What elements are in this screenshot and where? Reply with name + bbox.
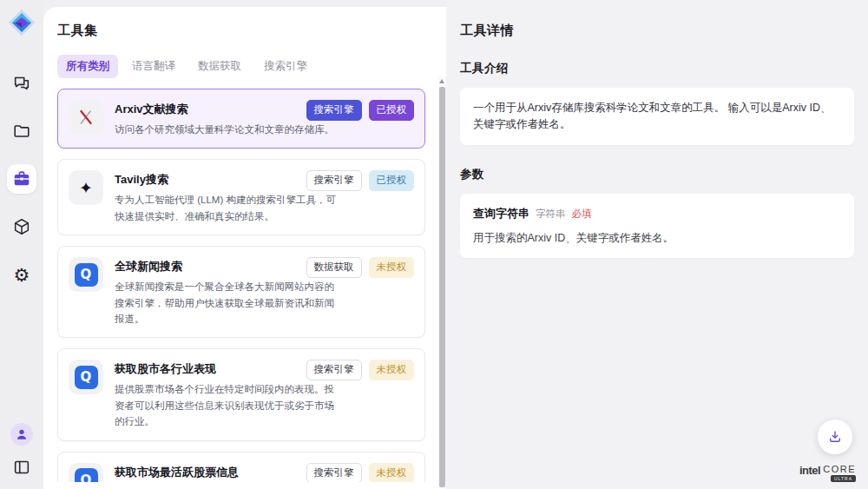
folder-icon	[12, 122, 31, 141]
param-name: 查询字符串	[473, 206, 529, 221]
download-button[interactable]	[818, 420, 852, 454]
status-badge: 未授权	[369, 257, 415, 278]
scrollbar-up-arrow-icon[interactable]	[439, 79, 444, 83]
tool-description: 专为人工智能代理 (LLM) 构建的搜索引擎工具，可快速提供实时、准确和真实的结…	[115, 192, 337, 224]
tool-card-global-news[interactable]: Q 全球新闻搜索 全球新闻搜索是一个聚合全球各大新闻网站内容的搜索引擎，帮助用户…	[57, 246, 425, 338]
param-required-flag: 必填	[572, 208, 592, 221]
panel-layout-icon	[12, 458, 31, 477]
status-badge: 已授权	[369, 170, 415, 191]
detail-title: 工具详情	[460, 23, 854, 39]
toolbox-icon	[12, 169, 31, 188]
tool-description: 全球新闻搜索是一个聚合全球各大新闻网站内容的搜索引擎，帮助用户快速获取全球最新资…	[115, 279, 337, 327]
user-avatar[interactable]	[10, 423, 33, 446]
param-card: 查询字符串 字符串 必填 用于搜索的Arxiv ID、关键字或作者姓名。	[460, 194, 854, 259]
tab-data-fetching[interactable]: 数据获取	[189, 55, 250, 78]
status-badge: 未授权	[369, 360, 415, 380]
sidebar-item-packages[interactable]	[7, 212, 36, 241]
scrollbar-thumb[interactable]	[439, 87, 445, 487]
search-q-icon: Q	[69, 360, 103, 394]
category-badge: 搜索引擎	[306, 463, 362, 482]
category-badge: 数据获取	[306, 257, 362, 278]
download-icon	[827, 429, 843, 445]
sidebar-item-chat[interactable]	[7, 69, 36, 98]
category-badge: 搜索引擎	[306, 360, 362, 380]
app-logo	[7, 8, 36, 37]
tool-list: Arxiv文献搜索 访问各个研究领域大量科学论文和文章的存储库。 搜索引擎 已授…	[57, 89, 437, 482]
intro-text: 一个用于从Arxiv存储库搜索科学论文和文章的工具。 输入可以是Arxiv ID…	[473, 100, 841, 133]
intro-heading: 工具介绍	[460, 61, 854, 76]
core-wordmark: core	[823, 464, 856, 474]
tool-card-tavily[interactable]: ✦ Tavily搜索 专为人工智能代理 (LLM) 构建的搜索引擎工具，可快速提…	[57, 159, 425, 235]
sidebar-item-settings[interactable]: ⚙	[7, 260, 36, 289]
chat-icon	[12, 74, 31, 93]
tab-search-engine[interactable]: 搜索引擎	[255, 55, 316, 78]
scrollbar[interactable]	[438, 76, 446, 489]
intel-core-logo: intel core ultra	[799, 464, 856, 482]
tool-card-sector-performance[interactable]: Q 获取股市各行业表现 提供股票市场各个行业在特定时间段内的表现。投资者可以利用…	[57, 348, 425, 440]
status-badge: 未授权	[369, 463, 415, 482]
tab-language-translation[interactable]: 语言翻译	[123, 55, 184, 78]
ultra-badge: ultra	[831, 475, 856, 482]
person-icon	[15, 427, 29, 441]
tool-card-arxiv[interactable]: Arxiv文献搜索 访问各个研究领域大量科学论文和文章的存储库。 搜索引擎 已授…	[57, 89, 425, 149]
param-description: 用于搜索的Arxiv ID、关键字或作者姓名。	[473, 230, 841, 247]
tool-detail-panel: 工具详情 工具介绍 一个用于从Arxiv存储库搜索科学论文和文章的工具。 输入可…	[446, 0, 868, 489]
search-q-icon: Q	[69, 257, 103, 292]
params-heading: 参数	[460, 167, 854, 182]
tab-all-categories[interactable]: 所有类别	[57, 55, 118, 78]
category-tabs: 所有类别 语言翻译 数据获取 搜索引擎	[57, 55, 437, 78]
sidebar-rail: ⚙	[0, 0, 43, 489]
package-icon	[12, 217, 31, 236]
sidebar-item-files[interactable]	[7, 116, 36, 146]
tool-description: 提供股票市场各个行业在特定时间段内的表现。投资者可以利用这些信息来识别表现优于或…	[115, 381, 337, 429]
category-badge: 搜索引擎	[306, 170, 362, 191]
sidebar-bottom	[10, 423, 33, 479]
arxiv-logo-icon	[69, 100, 103, 135]
category-badge: 搜索引擎	[306, 100, 362, 121]
collapse-panel-button[interactable]	[10, 456, 33, 479]
toolset-title: 工具集	[57, 23, 437, 39]
sidebar-nav: ⚙	[7, 69, 36, 289]
tool-card-most-active-stocks[interactable]: Q 获取市场最活跃股票信息 提供当天交易量最高的股票列表，投资者可以利用这些信息…	[57, 452, 425, 482]
intel-wordmark: intel	[799, 464, 820, 477]
intro-card: 一个用于从Arxiv存储库搜索科学论文和文章的工具。 输入可以是Arxiv ID…	[460, 88, 854, 145]
toolset-panel: 工具集 所有类别 语言翻译 数据获取 搜索引擎 Arxiv文献搜索 访问各个研究…	[43, 7, 446, 489]
search-q-icon: Q	[69, 463, 103, 482]
sparkle-icon: ✦	[69, 170, 103, 205]
sidebar-item-tools[interactable]	[7, 164, 36, 194]
tool-description: 访问各个研究领域大量科学论文和文章的存储库。	[115, 122, 337, 137]
gear-icon: ⚙	[14, 266, 30, 284]
status-badge: 已授权	[369, 100, 415, 121]
param-type: 字符串	[536, 208, 566, 221]
